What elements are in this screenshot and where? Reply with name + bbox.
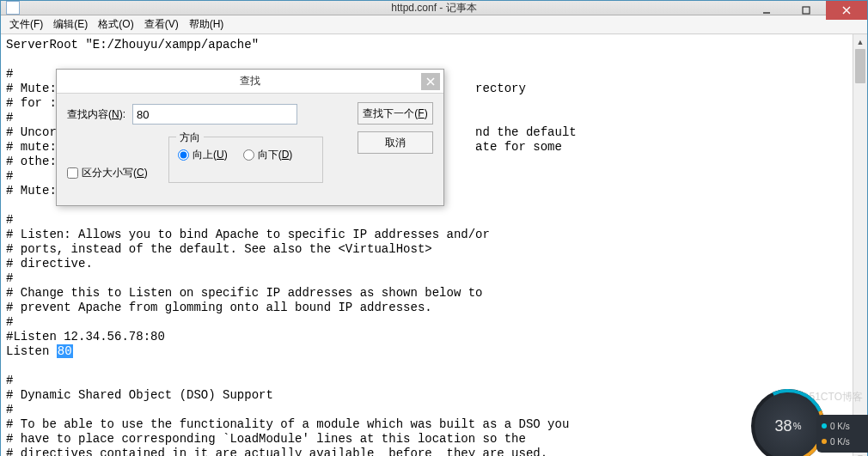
window-title: httpd.conf - 记事本 <box>391 1 476 15</box>
titlebar: httpd.conf - 记事本 <box>1 1 867 15</box>
find-dialog-title: 查找 <box>240 74 260 88</box>
scroll-thumb[interactable] <box>855 49 865 83</box>
cpu-gauge-widget: 38% <box>751 389 825 456</box>
svg-rect-1 <box>803 7 810 14</box>
find-what-label: 查找内容(N): <box>67 107 125 122</box>
gauge-value: 38 <box>775 417 792 435</box>
network-widget: 0 K/s 0 K/s <box>816 415 868 453</box>
find-next-button[interactable]: 查找下一个(F) <box>358 102 433 125</box>
menu-file[interactable]: 文件(F) <box>4 15 48 33</box>
app-icon <box>6 1 20 15</box>
gauge-unit: % <box>793 421 802 431</box>
radio-down[interactable]: 向下(D) <box>243 148 293 162</box>
find-dialog-body: 查找内容(N): 查找下一个(F) 取消 方向 向上(U) 向下(D) <box>57 94 443 205</box>
download-icon <box>822 439 827 444</box>
find-input[interactable] <box>132 104 297 125</box>
menu-edit[interactable]: 编辑(E) <box>48 15 93 33</box>
radio-down-input[interactable] <box>243 149 254 161</box>
menu-format[interactable]: 格式(O) <box>93 15 138 33</box>
direction-legend: 方向 <box>176 131 204 145</box>
download-speed: 0 K/s <box>830 437 850 447</box>
close-button[interactable] <box>826 1 867 20</box>
radio-up[interactable]: 向上(U) <box>178 148 228 162</box>
minimize-button[interactable] <box>747 1 786 20</box>
match-case-input[interactable] <box>67 167 78 179</box>
cancel-button[interactable]: 取消 <box>358 131 433 154</box>
window-controls <box>747 1 867 20</box>
direction-group: 方向 向上(U) 向下(D) <box>168 137 323 183</box>
menu-view[interactable]: 查看(V) <box>139 15 184 33</box>
find-dialog: 查找 查找内容(N): 查找下一个(F) 取消 方向 向上(U) 向下(D) <box>56 69 444 206</box>
scroll-up-arrow[interactable]: ▲ <box>853 34 867 49</box>
find-dialog-close-button[interactable] <box>421 73 440 90</box>
upload-speed: 0 K/s <box>830 422 850 431</box>
match-case-checkbox[interactable]: 区分大小写(C) <box>67 166 148 180</box>
radio-up-input[interactable] <box>178 149 189 161</box>
find-dialog-titlebar: 查找 <box>57 70 443 94</box>
menubar: 文件(F) 编辑(E) 格式(O) 查看(V) 帮助(H) <box>1 15 867 34</box>
maximize-button[interactable] <box>786 1 826 20</box>
upload-icon <box>822 423 827 429</box>
menu-help[interactable]: 帮助(H) <box>184 15 229 33</box>
